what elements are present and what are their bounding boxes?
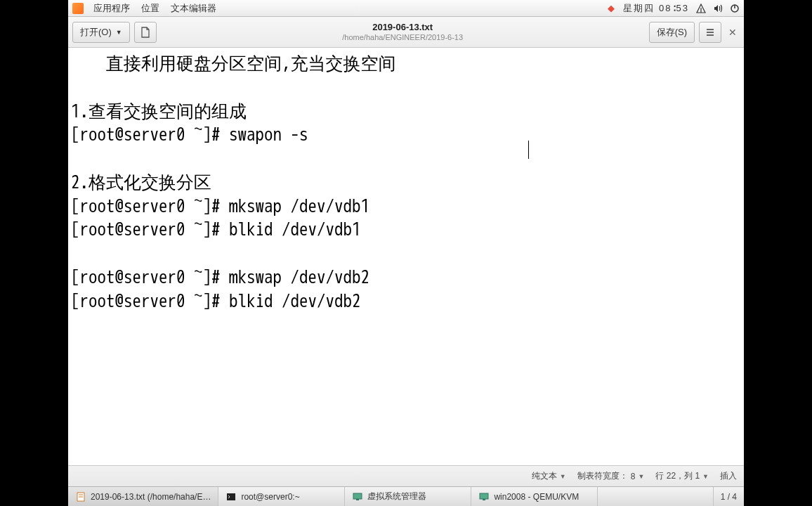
status-bar: 纯文本 ▼ 制表符宽度： 8 ▼ 行 22，列 1 ▼ 插入 — [68, 465, 744, 486]
svg-rect-8 — [227, 493, 235, 500]
taskbar-item-virtmanager[interactable]: 虚拟系统管理器 — [345, 487, 471, 506]
taskbar-item-gedit[interactable]: 2019-06-13.txt (/home/haha/E… — [68, 487, 218, 506]
svg-rect-12 — [483, 499, 485, 500]
workspace-pager[interactable]: 1 / 4 — [713, 487, 744, 506]
chevron-down-icon: ▼ — [560, 473, 566, 480]
file-path: /home/haha/ENGINEER/2019-6-13 — [342, 33, 463, 42]
tab-width-value: 8 — [631, 472, 636, 481]
document-icon — [140, 27, 151, 38]
save-button[interactable]: 保存(S) — [649, 22, 695, 43]
svg-rect-9 — [353, 493, 362, 499]
volume-icon[interactable] — [713, 4, 723, 13]
taskbar-item-label: root@server0:~ — [241, 492, 299, 502]
menu-applications[interactable]: 应用程序 — [88, 2, 136, 15]
taskbar-item-label: 虚拟系统管理器 — [367, 491, 426, 502]
close-icon: ✕ — [728, 27, 737, 38]
pager-label: 1 / 4 — [721, 492, 737, 502]
power-icon[interactable] — [730, 4, 740, 13]
taskbar-item-qemu[interactable]: win2008 - QEMU/KVM — [471, 487, 598, 506]
taskbar: 2019-06-13.txt (/home/haha/E… root@serve… — [68, 486, 744, 506]
vm-icon — [478, 491, 490, 502]
editor-text[interactable]: 直接利用硬盘分区空间,充当交换空间 1.查看交换空间的组成 [root@serv… — [71, 52, 741, 313]
save-button-label: 保存(S) — [657, 26, 687, 39]
close-button[interactable]: ✕ — [726, 25, 740, 39]
notification-icon[interactable]: ◆ — [606, 4, 616, 13]
editor-toolbar: 打开(O) ▼ 2019-06-13.txt /home/haha/ENGINE… — [68, 17, 744, 48]
editor-content[interactable]: 直接利用硬盘分区空间,充当交换空间 1.查看交换空间的组成 [root@serv… — [68, 48, 744, 465]
open-button[interactable]: 打开(O) ▼ — [72, 22, 130, 43]
text-caret — [528, 141, 529, 159]
taskbar-item-terminal[interactable]: root@server0:~ — [218, 487, 345, 506]
network-icon[interactable] — [696, 4, 706, 13]
tab-width-label: 制表符宽度： — [577, 470, 628, 482]
new-document-button[interactable] — [134, 22, 157, 43]
gedit-icon — [75, 491, 86, 502]
chevron-down-icon: ▼ — [638, 473, 644, 480]
chevron-down-icon: ▼ — [702, 473, 709, 480]
menu-texteditor[interactable]: 文本编辑器 — [165, 2, 222, 15]
syntax-selector[interactable]: 纯文本 ▼ — [532, 470, 566, 482]
syntax-label: 纯文本 — [532, 470, 557, 482]
taskbar-item-label: 2019-06-13.txt (/home/haha/E… — [91, 492, 211, 502]
menu-button[interactable] — [699, 22, 721, 43]
hamburger-icon — [705, 27, 715, 37]
svg-rect-10 — [356, 499, 359, 500]
menu-places[interactable]: 位置 — [136, 2, 165, 15]
terminal-icon — [225, 491, 237, 502]
top-panel: 应用程序 位置 文本编辑器 ◆ 星期四 08∶53 — [68, 0, 744, 17]
cursor-position[interactable]: 行 22，列 1 ▼ — [655, 470, 709, 482]
cursor-position-label: 行 22，列 1 — [655, 470, 700, 482]
input-mode[interactable]: 插入 — [720, 470, 737, 482]
tab-width-selector[interactable]: 制表符宽度： 8 ▼ — [577, 470, 645, 482]
system-tray: ◆ 星期四 08∶53 — [606, 2, 740, 15]
chevron-down-icon: ▼ — [116, 29, 122, 36]
input-mode-label: 插入 — [720, 470, 737, 482]
gedit-icon — [72, 3, 84, 14]
taskbar-item-label: win2008 - QEMU/KVM — [494, 492, 579, 502]
svg-rect-11 — [480, 493, 488, 499]
vm-icon — [352, 491, 363, 502]
clock[interactable]: 星期四 08∶53 — [623, 2, 689, 15]
file-title: 2019-06-13.txt — [372, 22, 433, 33]
title-block: 2019-06-13.txt /home/haha/ENGINEER/2019-… — [161, 22, 645, 42]
open-button-label: 打开(O) — [80, 26, 112, 39]
